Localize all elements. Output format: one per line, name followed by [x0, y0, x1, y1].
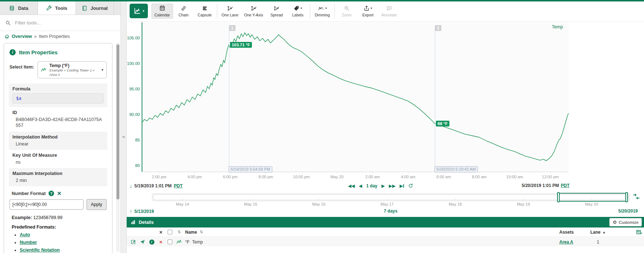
sort-asc-icon: ▲	[602, 230, 606, 234]
item-properties-icon[interactable]: i	[149, 240, 154, 245]
property-label: Key Unit Of Measure	[12, 153, 104, 158]
property-maximum-interpolation: Maximum Interpolation2 min	[9, 168, 107, 186]
step-back-button[interactable]: ◀	[359, 184, 362, 188]
predefined-format-link-auto[interactable]: Auto	[20, 232, 30, 237]
help-icon[interactable]: ?	[49, 191, 54, 196]
range-track[interactable]: May 14May 15May 16May 17May 18May 19May …	[152, 193, 630, 201]
cursor-line-1[interactable]	[229, 26, 229, 172]
chevron-down-icon: ▾	[101, 68, 103, 72]
range-handle-left[interactable]	[557, 192, 560, 202]
range-end-label[interactable]: 5/20/2019 1:01 PM	[522, 183, 559, 188]
timezone-link[interactable]: PDT	[561, 183, 570, 188]
toolbar-button-dimming[interactable]: ▾Dimming	[312, 4, 333, 19]
row-checkbox[interactable]	[168, 240, 172, 244]
range-day-tick	[387, 199, 387, 201]
investigate-end-label[interactable]: 5/20/2019	[618, 209, 638, 214]
range-duration-label[interactable]: 7 days	[384, 209, 397, 214]
sidebar-scrollbar[interactable]	[116, 42, 120, 252]
cursor-value-label: 88 °F	[436, 121, 450, 126]
toolbar-separator	[334, 3, 335, 19]
name-column-header[interactable]: Name	[185, 230, 197, 235]
cursor-badge-1[interactable]: 1	[229, 25, 235, 31]
step-to-end-button[interactable]: ▶	[399, 184, 404, 188]
main-area: ▾CalendarChainCapsuleOne LaneOne Y-AxisS…	[127, 1, 644, 253]
tab-filler	[114, 1, 120, 15]
database-icon	[9, 5, 15, 11]
paper-plane-icon[interactable]	[140, 239, 145, 245]
breadcrumb-overview-link[interactable]: Overview	[12, 34, 32, 39]
collapse-sidebar-button[interactable]: «	[121, 132, 126, 141]
customize-button[interactable]: ⚙ Customize	[609, 218, 642, 226]
sort-updown-icon[interactable]: ⇅	[200, 230, 203, 234]
toolbar-button-calendar[interactable]: Calendar	[152, 4, 173, 19]
tab-label: Data	[18, 5, 28, 11]
temp-series-line[interactable]	[127, 22, 644, 181]
search-icon	[5, 20, 11, 26]
toolbar-button-chain[interactable]: Chain	[173, 4, 194, 19]
property-label: ID	[12, 110, 104, 115]
toolbar-button-export[interactable]: ▾Export	[357, 4, 379, 19]
step-forward-fast-button[interactable]: ▶▶	[389, 184, 395, 188]
wrench-icon	[46, 5, 52, 11]
asset-link[interactable]: Area A	[559, 240, 573, 245]
toolbar-button-capsule[interactable]: Capsule	[194, 4, 215, 19]
toolbar-button-annotate[interactable]: Annotate	[379, 4, 400, 19]
assets-column-header[interactable]: Assets	[559, 230, 574, 235]
tab-journal[interactable]: Journal	[76, 1, 114, 15]
cursor-badge-2[interactable]: 2	[435, 25, 441, 31]
edit-icon[interactable]	[131, 239, 136, 245]
predefined-formats-list: AutoNumberScientific Notation	[9, 232, 107, 253]
home-icon[interactable]	[4, 34, 9, 39]
sidebar-tabs: DataToolsJournal	[0, 1, 120, 15]
tab-data[interactable]: Data	[0, 1, 38, 15]
refresh-icon[interactable]	[408, 183, 414, 188]
tab-tools[interactable]: Tools	[38, 1, 76, 15]
clear-format-icon[interactable]: ✕	[57, 191, 62, 196]
step-size-label[interactable]: 1 day	[366, 183, 377, 188]
investigate-start-label[interactable]: 5/13/2019	[134, 209, 154, 214]
step-back-fast-button[interactable]: ◀◀	[348, 184, 354, 188]
export-icon: ▾	[364, 5, 372, 12]
timezone-link[interactable]: PDT	[174, 183, 183, 188]
property-label: Formula	[12, 86, 104, 92]
scrollbar-thumb[interactable]	[116, 44, 119, 199]
panel-title-row: i Item Properties	[9, 49, 107, 55]
breadcrumb-current: Item Properties	[39, 34, 70, 39]
sidebar: DataToolsJournal Overview » Item Propert…	[0, 1, 120, 253]
lane-icon	[250, 5, 257, 12]
view-selector-button[interactable]: ▾	[130, 4, 148, 18]
item-name: Temp	[192, 240, 203, 245]
predefined-format-link-scientific-notation[interactable]: Scientific Notation	[20, 248, 60, 253]
calendar-icon	[159, 5, 165, 12]
formula-input[interactable]: $a	[12, 93, 104, 104]
toolbar-button-zoom[interactable]: Zoom	[336, 4, 357, 19]
predefined-formats-label: Predefined Formats:	[9, 225, 107, 230]
apply-button[interactable]: Apply	[87, 199, 107, 210]
step-forward-button[interactable]: ▶	[382, 184, 385, 188]
table-options-icon[interactable]	[636, 229, 642, 235]
number-format-input[interactable]	[9, 199, 84, 210]
range-handle-right[interactable]	[625, 192, 628, 202]
filter-tools-input[interactable]	[14, 20, 115, 26]
toolbar-button-label: Zoom	[342, 13, 352, 17]
expand-range-icon[interactable]	[632, 193, 640, 200]
select-all-checkbox[interactable]	[168, 230, 172, 234]
toolbar-button-spread[interactable]: Spread	[266, 4, 287, 19]
remove-all-icon[interactable]: ×	[159, 229, 162, 235]
toolbar-button-one-lane[interactable]: One Lane	[219, 4, 241, 19]
range-selection[interactable]	[558, 193, 627, 202]
cursor-line-2[interactable]	[435, 26, 435, 172]
gear-icon: ⚙	[613, 220, 617, 225]
predefined-format-link-number[interactable]: Number	[20, 240, 37, 245]
sort-updown-icon[interactable]: ⇅	[177, 230, 181, 234]
lane-column-header[interactable]: Lane	[590, 230, 601, 235]
property-value: 2 min	[12, 178, 104, 183]
toolbar-button-label: One Lane	[222, 13, 238, 17]
toolbar-button-one-y-axis[interactable]: One Y-Axis	[241, 4, 266, 19]
item-select-dropdown[interactable]: Temp (°F) Example » Cooling Tower 1 » Ar…	[38, 61, 107, 78]
toolbar-button-label: Capsule	[198, 13, 212, 17]
range-day-tick	[455, 199, 456, 201]
range-start-label[interactable]: 5/19/2019 1:01 PM	[134, 183, 172, 188]
toolbar-button-labels[interactable]: ▾Labels	[287, 4, 308, 19]
remove-item-icon[interactable]: ×	[159, 239, 162, 245]
